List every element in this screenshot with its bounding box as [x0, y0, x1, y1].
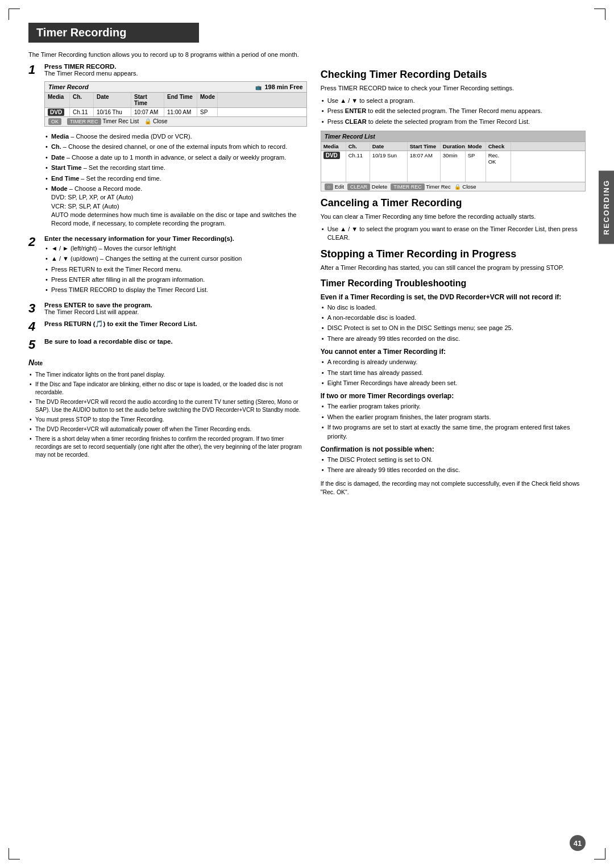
tl-row-ch: Ch.11 — [346, 151, 370, 166]
timer-record-free: 📺 198 min Free — [255, 84, 302, 90]
row-ch: Ch.11 — [70, 108, 94, 116]
note-n: N — [28, 358, 34, 367]
corner-mark-tr — [594, 9, 605, 20]
tl-col-date: Date — [370, 142, 408, 151]
right-column: Checking Timer Recording Details Press T… — [321, 63, 586, 500]
intro-text: The Timer Recording function allows you … — [28, 51, 586, 60]
ts2-b1: A recording is already underway. — [321, 358, 586, 366]
step-2-bullets: ◄ / ► (left/right) – Moves the cursor le… — [44, 244, 307, 295]
footer-ok-btn: OK — [48, 118, 61, 125]
tl-row-start: 18:07 AM — [408, 151, 441, 166]
ts1-b3: DISC Protect is set to ON in the DISC Se… — [321, 324, 586, 332]
step-5: 5 Be sure to load a recordable disc or t… — [28, 338, 307, 352]
row-mode: SP — [197, 108, 218, 116]
note-bullets: The Timer indicator lights on the front … — [28, 371, 307, 459]
step-2-title: Enter the necessary information for your… — [44, 235, 307, 242]
corner-mark-bl — [9, 848, 20, 859]
troubleshooting-closing: If the disc is damaged, the recording ma… — [321, 479, 586, 496]
corner-mark-br — [594, 848, 605, 859]
ts2-b3: Eight Timer Recordings have already been… — [321, 379, 586, 387]
row-date: 10/16 Thu — [94, 108, 131, 116]
ts3-b1: The earlier program takes priority. — [321, 402, 586, 411]
tl-row-date: 10/19 Sun — [370, 151, 408, 166]
timer-record-title: Timer Record — [48, 84, 89, 90]
timer-record-row: DVD Ch.11 10/16 Thu 10:07 AM 11:00 AM SP — [45, 108, 306, 116]
step-1: 1 Press TIMER RECORD. The Timer Record m… — [28, 63, 307, 231]
ts-section-4-bullets: The DISC Protect setting is set to ON. T… — [321, 456, 586, 475]
tl-footer-timerec: TIMER REC Timer Rec — [391, 183, 450, 190]
timer-record-box: Timer Record 📺 198 min Free Media Ch. Da… — [44, 81, 307, 127]
timer-list-box: Timer Record List Media Ch. Date Start T… — [321, 131, 586, 191]
step2-bullet-1: ◄ / ► (left/right) – Moves the cursor le… — [44, 244, 307, 253]
timer-list-cols: Media Ch. Date Start Time Duration Mode … — [321, 142, 585, 151]
note-4: You must press STOP to stop the Timer Re… — [28, 416, 307, 424]
note-box: Note The Timer indicator lights on the f… — [28, 357, 307, 459]
step-1-number: 1 — [28, 63, 41, 77]
tl-footer-delete: CLEAR Delete — [347, 183, 387, 190]
bullet-ch: Ch. – Choose the desired channel, or one… — [44, 143, 307, 151]
tl-row-media: DVD — [321, 151, 346, 166]
timer-record-footer: OK TIMER REC Timer Rec List 🔒 Close — [45, 116, 306, 126]
footer-close: 🔒 Close — [144, 118, 167, 124]
timer-list-row-empty-2 — [321, 174, 585, 182]
ts2-b2: The start time has already passed. — [321, 369, 586, 377]
note-2: If the Disc and Tape indicator are blink… — [28, 381, 307, 397]
note-3: The DVD Recorder+VCR will record the aud… — [28, 398, 307, 414]
timer-list-header: Timer Record List — [321, 131, 585, 142]
footer-timerec: TIMER REC Timer Rec List — [67, 118, 139, 124]
step-5-number: 5 — [28, 338, 41, 352]
note-1: The Timer indicator lights on the front … — [28, 371, 307, 379]
page-title: Timer Recording — [28, 23, 199, 43]
canceling-bullet-1: Use ▲ / ▼ to select the program you want… — [321, 225, 586, 243]
stopping-heading: Stopping a Timer Recording in Progress — [321, 248, 586, 260]
checking-bullets: Use ▲ / ▼ to select a program. Press ENT… — [321, 97, 586, 126]
step-4-title: Press RETURN (🎵) to exit the Timer Recor… — [44, 320, 307, 328]
timer-record-header: Timer Record 📺 198 min Free — [45, 82, 306, 93]
timer-record-cols: Media Ch. Date Start Time End Time Mode — [45, 93, 306, 108]
ts-section-2-title: You cannot enter a Timer Recording if: — [321, 348, 586, 356]
bullet-mode: Mode – Choose a Record mode.DVD: SP, LP,… — [44, 185, 307, 228]
note-5: The DVD Recorder+VCR will automatically … — [28, 425, 307, 433]
ts-section-1-title: Even if a Timer Recording is set, the DV… — [321, 293, 586, 301]
left-column: 1 Press TIMER RECORD. The Timer Record m… — [28, 63, 307, 500]
tl-col-check: Check — [486, 142, 511, 151]
col-ch-header: Ch. — [70, 93, 94, 107]
note-6: There is a short delay when a timer reco… — [28, 435, 307, 459]
step-2-content: Enter the necessary information for your… — [44, 235, 307, 297]
page-number: 41 — [570, 835, 586, 851]
ts-section-3-title: If two or more Timer Recordings overlap: — [321, 392, 586, 400]
checking-bullet-3: Press CLEAR to delete the selected progr… — [321, 118, 586, 126]
step-4: 4 Press RETURN (🎵) to exit the Timer Rec… — [28, 320, 307, 333]
tl-col-start: Start Time — [408, 142, 441, 151]
step-1-content: Press TIMER RECORD. The Timer Record men… — [44, 63, 307, 231]
tl-row-check: Rec. OK — [486, 151, 511, 166]
bullet-end-time: End Time – Set the recording end time. — [44, 174, 307, 183]
checking-heading: Checking Timer Recording Details — [321, 69, 586, 81]
tl-col-media: Media — [321, 142, 346, 151]
ts-section-4-title: Confirmation is not possible when: — [321, 445, 586, 453]
row-media: DVD — [45, 108, 70, 116]
ts3-b3: If two programs are set to start at exac… — [321, 423, 586, 441]
step2-bullet-2: ▲ / ▼ (up/down) – Changes the setting at… — [44, 254, 307, 263]
col-mode-header: Mode — [197, 93, 218, 107]
ts1-b4: There are already 99 titles recorded on … — [321, 335, 586, 343]
ts3-b2: When the earlier program finishes, the l… — [321, 413, 586, 422]
col-media-header: Media — [45, 93, 70, 107]
ts-section-3-bullets: The earlier program takes priority. When… — [321, 402, 586, 441]
step2-bullet-4: Press ENTER after filling in all the pro… — [44, 276, 307, 284]
col-date-header: Date — [94, 93, 131, 107]
side-tab-recording: Recording — [599, 170, 614, 244]
step-1-title: Press TIMER RECORD. — [44, 63, 307, 70]
tl-col-duration: Duration — [441, 142, 466, 151]
col-end-header: End Time — [164, 93, 197, 107]
timerec-icon-btn: TIMER REC — [67, 118, 101, 125]
tl-col-ch: Ch. — [346, 142, 370, 151]
ts1-b1: No disc is loaded. — [321, 303, 586, 312]
tl-footer-close: 🔒 Close — [454, 183, 476, 190]
step2-bullet-3: Press RETURN to exit the Timer Record me… — [44, 265, 307, 274]
canceling-heading: Canceling a Timer Recording — [321, 197, 586, 209]
note-ote: ote — [34, 360, 43, 366]
ts4-b1: The DISC Protect setting is set to ON. — [321, 456, 586, 464]
stopping-body: After a Timer Recording has started, you… — [321, 264, 586, 273]
timer-list-footer: ○ Edit CLEAR Delete TIMER REC Timer Rec … — [321, 182, 585, 191]
